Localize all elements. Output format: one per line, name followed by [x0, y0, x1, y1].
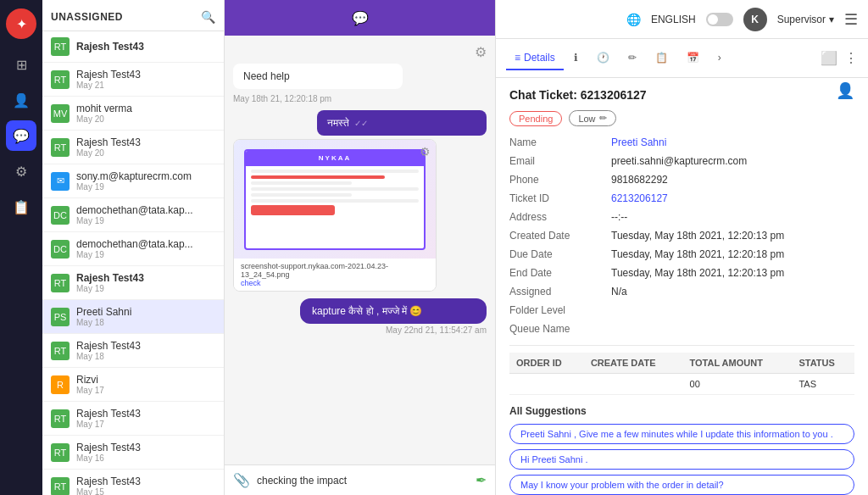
field-created-value: Tuesday, May 18th 2021, 12:20:13 pm [611, 230, 854, 242]
settings-icon[interactable]: ⚙ [6, 156, 36, 186]
field-name-label: Name [509, 136, 611, 148]
priority-badge[interactable]: Low ✏ [569, 110, 615, 126]
conversation-item[interactable]: PSPreeti SahniMay 18 [42, 300, 224, 334]
top-nav: 🌐 ENGLISH K Supervisor ▾ ☰ [496, 0, 868, 39]
conv-avatar: R [51, 375, 70, 394]
tab-details[interactable]: ≡ Details [506, 47, 564, 70]
field-name-value[interactable]: Preeti Sahni [611, 136, 854, 148]
status-badge[interactable]: Pending [509, 111, 562, 126]
details-panel: 🌐 ENGLISH K Supervisor ▾ ☰ ≡ Details ℹ 🕐… [496, 0, 868, 495]
conv-avatar: PS [51, 308, 70, 326]
conversation-item[interactable]: RRizviMay 17 [42, 368, 224, 402]
field-folder-label: Folder Level [509, 304, 611, 316]
conversation-item[interactable]: RTRajesh Test43May 15 [42, 470, 224, 495]
chevron-down-icon: ▾ [829, 14, 834, 25]
calendar-icon: 📅 [687, 52, 699, 64]
field-queue-label: Queue Name [509, 323, 611, 335]
screenshot-header-bar: NYKAA [246, 151, 424, 166]
conv-panel-header: UNASSIGNED 🔍 [42, 0, 224, 31]
conversation-item[interactable]: RTRajesh Test43May 20 [42, 131, 224, 164]
chat-messages: ⚙ Need help May 18th 21, 12:20:18 pm नमस… [225, 36, 495, 464]
conversation-item[interactable]: DCdemochethan@tata.kap...May 19 [42, 198, 224, 232]
conv-name: Rajesh Test43 [76, 272, 215, 284]
content-line [251, 170, 419, 173]
conversation-item[interactable]: DCdemochethan@tata.kap...May 19 [42, 232, 224, 266]
conversation-item[interactable]: RTRajesh Test43May 17 [42, 402, 224, 436]
brand-icon[interactable]: ✦ [6, 8, 36, 39]
conv-avatar: RT [51, 409, 70, 428]
suggestions-title: All Suggestions [509, 405, 854, 417]
content-line4 [251, 199, 419, 203]
message-text: Need help [243, 70, 290, 82]
conversation-item[interactable]: RTRajesh Test43May 18 [42, 334, 224, 368]
field-created-label: Created Date [509, 230, 611, 242]
conv-date: May 19 [76, 182, 215, 192]
conversation-item[interactable]: RTRajesh Test43May 16 [42, 436, 224, 470]
conv-avatar: RT [51, 70, 70, 89]
conv-name: Rajesh Test43 [76, 442, 215, 453]
field-assigned-label: Assigned [509, 286, 611, 298]
screenshot-filename: screenshot-support.nykaa.com-2021.04.23-… [241, 262, 429, 279]
conv-content: Rajesh Test43May 20 [76, 136, 215, 158]
field-end-label: End Date [509, 267, 611, 279]
tab-info[interactable]: ℹ [565, 47, 587, 70]
conv-date: May 19 [76, 284, 215, 293]
conv-name: sony.m@kapturecrm.com [76, 170, 215, 182]
tab-calendar[interactable]: 📅 [678, 47, 708, 70]
settings-gear-icon[interactable]: ⚙ [475, 44, 487, 60]
hamburger-icon[interactable]: ☰ [844, 10, 858, 29]
lang-toggle[interactable] [706, 13, 733, 26]
message-text-hindi: नमस्ते [327, 117, 349, 129]
nykaa-logo: NYKAA [319, 154, 351, 162]
field-due-label: Due Date [509, 248, 611, 260]
copy-icon: 📋 [655, 52, 668, 64]
conv-content: RizviMay 17 [76, 374, 215, 395]
info-grid: Name Preeti Sahni Email preeti.sahni@kap… [509, 136, 854, 335]
conversation-item[interactable]: RTRajesh Test43May 21 [42, 63, 224, 97]
message-received: Need help [233, 64, 403, 89]
conv-name: Rajesh Test43 [76, 69, 215, 81]
tab-copy[interactable]: 📋 [647, 47, 676, 70]
message-time: May 18th 21, 12:20:18 pm [233, 94, 487, 103]
attachment-icon[interactable]: 📎 [233, 472, 250, 488]
search-icon[interactable]: 🔍 [201, 10, 215, 24]
field-assigned-value: N/a [611, 286, 854, 298]
suggestion-pill-3[interactable]: May I know your problem with the order i… [509, 475, 854, 495]
tab-history[interactable]: 🕐 [588, 47, 618, 70]
user-profile-icon[interactable]: 👤 [836, 81, 854, 100]
expand-icon[interactable]: ⬜ [821, 50, 837, 66]
status-row: Pending Low ✏ [509, 110, 854, 126]
screenshot-preview: NYKAA ⚙ [234, 140, 436, 259]
emoji-icon[interactable]: ✒ [476, 472, 487, 488]
conv-avatar: RT [51, 274, 70, 292]
field-ticket-value[interactable]: 6213206127 [611, 192, 854, 204]
col-total-amount: TOTAL AMOUNT [683, 353, 793, 374]
conversation-item[interactable]: ✉sony.m@kapturecrm.comMay 19 [42, 164, 224, 198]
grid-icon[interactable]: ⊞ [6, 49, 36, 80]
sidebar: ✦ ⊞ 👤 💬 ⚙ 📋 [0, 0, 42, 495]
screenshot-card[interactable]: NYKAA ⚙ screenshot-support.nykaa.com- [233, 139, 437, 292]
more-options-icon[interactable]: ⋮ [844, 50, 858, 66]
suggestion-pill-1[interactable]: Preeti Sahni , Give me a few minutes whi… [509, 424, 854, 444]
conversation-item[interactable]: RTRajesh Test43 [42, 31, 224, 63]
screenshot-gear-icon: ⚙ [420, 145, 431, 159]
tab-edit[interactable]: ✏ [620, 47, 645, 70]
user-label[interactable]: Supervisor ▾ [777, 14, 834, 25]
translate-icon: 🌐 [626, 13, 641, 26]
field-due-value: Tuesday, May 18th 2021, 12:20:18 pm [611, 248, 854, 260]
conv-content: Rajesh Test43May 19 [76, 272, 215, 293]
content-line-red [251, 175, 386, 179]
tab-more[interactable]: › [709, 47, 730, 70]
col-create-date: CREATE DATE [584, 353, 683, 374]
field-folder-value [611, 304, 854, 316]
conversation-item[interactable]: RTRajesh Test43May 19 [42, 266, 224, 300]
conv-name: mohit verma [76, 103, 215, 114]
report-icon[interactable]: 📋 [6, 192, 36, 222]
conv-name: demochethan@tata.kap... [76, 238, 215, 250]
chat-icon[interactable]: 💬 [6, 120, 36, 151]
user-icon[interactable]: 👤 [6, 85, 36, 115]
conv-content: sony.m@kapturecrm.comMay 19 [76, 170, 215, 192]
suggestion-pill-2[interactable]: Hi Preeti Sahni . [509, 449, 854, 470]
conversation-item[interactable]: MVmohit vermaMay 20 [42, 97, 224, 131]
chat-input[interactable] [257, 475, 469, 487]
